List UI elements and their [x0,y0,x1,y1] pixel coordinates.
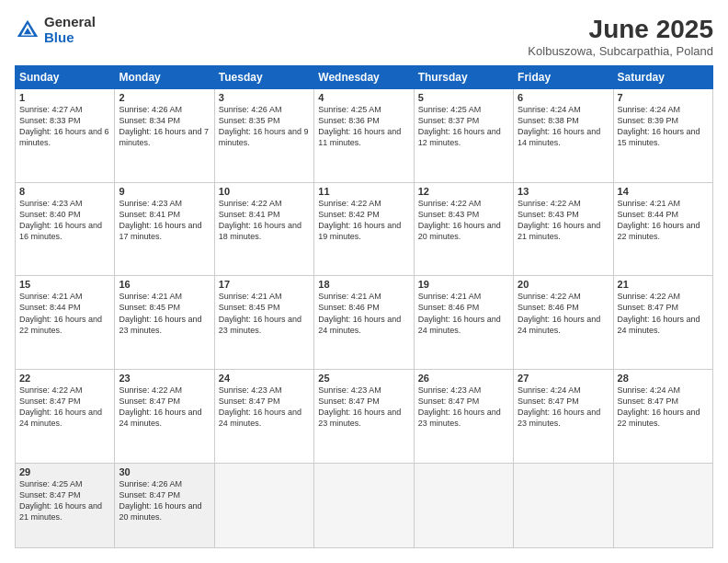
day-number: 22 [19,373,110,384]
calendar-day-cell: 11Sunrise: 4:22 AMSunset: 8:42 PMDayligh… [314,182,414,276]
day-info: Sunrise: 4:25 AMSunset: 8:36 PMDaylight:… [318,104,409,149]
header: General Blue June 2025 Kolbuszowa, Subca… [15,15,713,58]
day-number: 5 [418,92,509,103]
calendar-day-cell: 10Sunrise: 4:22 AMSunset: 8:41 PMDayligh… [214,182,313,276]
day-number: 20 [518,279,609,290]
page: General Blue June 2025 Kolbuszowa, Subca… [0,0,728,563]
logo-text: General Blue [44,15,96,45]
day-info: Sunrise: 4:21 AMSunset: 8:44 PMDaylight:… [19,291,110,336]
calendar-day-cell: 17Sunrise: 4:21 AMSunset: 8:45 PMDayligh… [214,276,313,370]
day-number: 26 [418,373,509,384]
month-title: June 2025 [528,15,713,44]
logo-blue-text: Blue [44,30,96,46]
weekday-header-thursday: Thursday [414,66,513,89]
day-number: 18 [318,279,409,290]
day-number: 4 [318,92,409,103]
calendar-day-cell: 25Sunrise: 4:23 AMSunset: 8:47 PMDayligh… [314,369,414,463]
calendar-table: SundayMondayTuesdayWednesdayThursdayFrid… [15,65,713,548]
weekday-header-tuesday: Tuesday [214,66,313,89]
calendar-day-cell: 30Sunrise: 4:26 AMSunset: 8:47 PMDayligh… [115,463,214,547]
day-info: Sunrise: 4:23 AMSunset: 8:47 PMDaylight:… [418,385,509,430]
day-info: Sunrise: 4:21 AMSunset: 8:44 PMDaylight:… [618,198,709,243]
day-number: 19 [418,279,509,290]
day-info: Sunrise: 4:26 AMSunset: 8:34 PMDaylight:… [119,104,210,149]
day-info: Sunrise: 4:22 AMSunset: 8:47 PMDaylight:… [19,385,110,430]
day-info: Sunrise: 4:22 AMSunset: 8:47 PMDaylight:… [618,291,709,336]
day-number: 6 [518,92,609,103]
calendar-day-cell: 24Sunrise: 4:23 AMSunset: 8:47 PMDayligh… [214,369,313,463]
calendar-day-cell: 22Sunrise: 4:22 AMSunset: 8:47 PMDayligh… [16,369,115,463]
calendar-day-cell: 19Sunrise: 4:21 AMSunset: 8:46 PMDayligh… [414,276,513,370]
calendar-week-row: 8Sunrise: 4:23 AMSunset: 8:40 PMDaylight… [16,182,713,276]
calendar-day-cell: 28Sunrise: 4:24 AMSunset: 8:47 PMDayligh… [613,369,712,463]
day-info: Sunrise: 4:21 AMSunset: 8:45 PMDaylight:… [219,291,310,336]
day-number: 11 [318,186,409,197]
day-number: 9 [119,186,210,197]
day-number: 14 [618,186,709,197]
logo-general-text: General [44,15,96,30]
calendar-day-cell: 20Sunrise: 4:22 AMSunset: 8:46 PMDayligh… [514,276,613,370]
calendar-day-cell: 27Sunrise: 4:24 AMSunset: 8:47 PMDayligh… [514,369,613,463]
day-info: Sunrise: 4:26 AMSunset: 8:47 PMDaylight:… [119,478,210,523]
calendar-day-cell: 2Sunrise: 4:26 AMSunset: 8:34 PMDaylight… [115,89,214,183]
calendar-day-cell: 1Sunrise: 4:27 AMSunset: 8:33 PMDaylight… [16,89,115,183]
day-info: Sunrise: 4:21 AMSunset: 8:46 PMDaylight:… [318,291,409,336]
day-number: 7 [618,92,709,103]
day-number: 8 [19,186,110,197]
day-info: Sunrise: 4:22 AMSunset: 8:42 PMDaylight:… [318,198,409,243]
day-info: Sunrise: 4:23 AMSunset: 8:47 PMDaylight:… [318,385,409,430]
calendar-day-cell: 16Sunrise: 4:21 AMSunset: 8:45 PMDayligh… [115,276,214,370]
day-number: 13 [518,186,609,197]
empty-cell [514,463,613,547]
day-info: Sunrise: 4:24 AMSunset: 8:47 PMDaylight:… [518,385,609,430]
day-info: Sunrise: 4:24 AMSunset: 8:39 PMDaylight:… [618,104,709,149]
day-number: 25 [318,373,409,384]
calendar-day-cell: 21Sunrise: 4:22 AMSunset: 8:47 PMDayligh… [613,276,712,370]
day-number: 10 [219,186,310,197]
day-number: 2 [119,92,210,103]
location: Kolbuszowa, Subcarpathia, Poland [528,44,713,58]
day-info: Sunrise: 4:22 AMSunset: 8:41 PMDaylight:… [219,198,310,243]
calendar-day-cell: 9Sunrise: 4:23 AMSunset: 8:41 PMDaylight… [115,182,214,276]
calendar-day-cell: 4Sunrise: 4:25 AMSunset: 8:36 PMDaylight… [314,89,414,183]
day-info: Sunrise: 4:21 AMSunset: 8:46 PMDaylight:… [418,291,509,336]
day-info: Sunrise: 4:21 AMSunset: 8:45 PMDaylight:… [119,291,210,336]
empty-cell [613,463,712,547]
calendar-week-row: 29Sunrise: 4:25 AMSunset: 8:47 PMDayligh… [16,463,713,547]
weekday-header-row: SundayMondayTuesdayWednesdayThursdayFrid… [16,66,713,89]
calendar-day-cell: 26Sunrise: 4:23 AMSunset: 8:47 PMDayligh… [414,369,513,463]
day-info: Sunrise: 4:25 AMSunset: 8:37 PMDaylight:… [418,104,509,149]
day-info: Sunrise: 4:23 AMSunset: 8:40 PMDaylight:… [19,198,110,243]
day-number: 17 [219,279,310,290]
logo-icon [15,17,40,43]
empty-cell [214,463,313,547]
calendar-day-cell: 29Sunrise: 4:25 AMSunset: 8:47 PMDayligh… [16,463,115,547]
calendar-day-cell: 8Sunrise: 4:23 AMSunset: 8:40 PMDaylight… [16,182,115,276]
day-number: 1 [19,92,110,103]
calendar-day-cell: 18Sunrise: 4:21 AMSunset: 8:46 PMDayligh… [314,276,414,370]
day-number: 12 [418,186,509,197]
calendar-day-cell: 15Sunrise: 4:21 AMSunset: 8:44 PMDayligh… [16,276,115,370]
weekday-header-monday: Monday [115,66,214,89]
day-info: Sunrise: 4:26 AMSunset: 8:35 PMDaylight:… [219,104,310,149]
empty-cell [414,463,513,547]
day-info: Sunrise: 4:22 AMSunset: 8:43 PMDaylight:… [418,198,509,243]
day-number: 29 [19,466,110,477]
weekday-header-wednesday: Wednesday [314,66,414,89]
calendar-week-row: 1Sunrise: 4:27 AMSunset: 8:33 PMDaylight… [16,89,713,183]
empty-cell [314,463,414,547]
day-number: 28 [618,373,709,384]
day-info: Sunrise: 4:23 AMSunset: 8:41 PMDaylight:… [119,198,210,243]
calendar-week-row: 15Sunrise: 4:21 AMSunset: 8:44 PMDayligh… [16,276,713,370]
day-number: 21 [618,279,709,290]
logo: General Blue [15,15,96,45]
title-block: June 2025 Kolbuszowa, Subcarpathia, Pola… [528,15,713,58]
day-info: Sunrise: 4:23 AMSunset: 8:47 PMDaylight:… [219,385,310,430]
weekday-header-friday: Friday [514,66,613,89]
day-number: 15 [19,279,110,290]
weekday-header-sunday: Sunday [16,66,115,89]
calendar-day-cell: 14Sunrise: 4:21 AMSunset: 8:44 PMDayligh… [613,182,712,276]
calendar-day-cell: 6Sunrise: 4:24 AMSunset: 8:38 PMDaylight… [514,89,613,183]
day-number: 3 [219,92,310,103]
calendar-day-cell: 7Sunrise: 4:24 AMSunset: 8:39 PMDaylight… [613,89,712,183]
